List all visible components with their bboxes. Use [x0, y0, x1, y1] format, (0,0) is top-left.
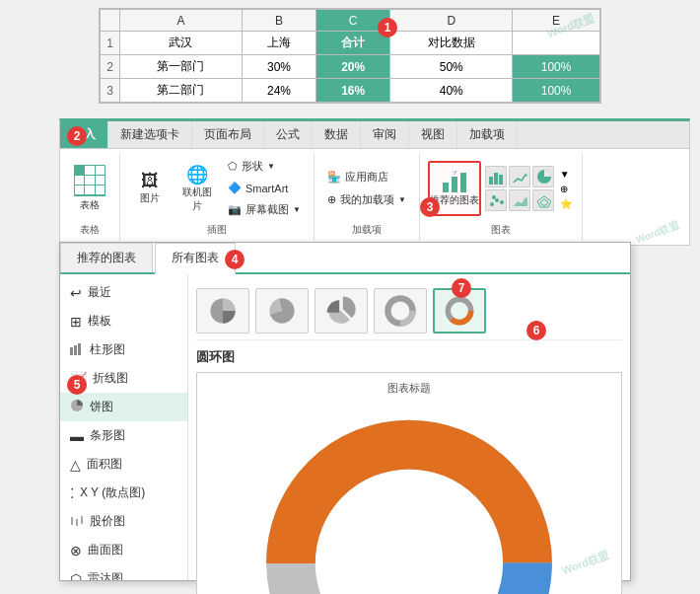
sidebar-item-template[interactable]: ⊞ 模板: [60, 307, 187, 335]
tab-formula[interactable]: 公式: [264, 121, 313, 148]
cell-d2[interactable]: 50%: [390, 55, 513, 79]
data-table: A B C D E 1 武汉 上海 合计 对比数据 2 第一部门 30% 20%: [100, 9, 600, 103]
sidebar-item-hbar-label: 条形图: [90, 427, 125, 444]
chart-thumb-pie1[interactable]: [196, 288, 249, 334]
step-badge-1: 1: [378, 18, 397, 37]
ribbon-group-addins: 🏪 应用商店 ⊕ 我的加载项 ▼ 加载项: [315, 153, 420, 241]
sidebar-item-surface[interactable]: ⊗ 曲面图: [60, 536, 187, 564]
pie-chart-svg: [535, 169, 551, 185]
my-addins-icon: ⊕: [327, 193, 336, 206]
bar-icon: [70, 342, 84, 358]
screenshot-button[interactable]: 📷 屏幕截图 ▼: [223, 200, 306, 219]
cell-c1[interactable]: 合计: [316, 32, 390, 55]
area-chart-mini[interactable]: [509, 189, 530, 211]
cell-c3[interactable]: 16%: [316, 79, 390, 103]
cell-e2[interactable]: 100%: [513, 55, 600, 79]
dialog-tab-recommended[interactable]: 推荐的图表: [60, 243, 153, 272]
cell-a2[interactable]: 第一部门: [120, 55, 243, 79]
svg-rect-12: [70, 347, 73, 355]
cell-b2[interactable]: 30%: [242, 55, 315, 79]
tab-review[interactable]: 审阅: [361, 121, 409, 148]
screenshot-label: 屏幕截图: [245, 202, 289, 217]
sidebar-item-radar[interactable]: ⬡ 雷达图: [60, 564, 187, 580]
chart-expand-btn3[interactable]: ⭐: [558, 196, 574, 211]
ribbon-group-illustration: 🖼 图片 🌐 联机图片 ⬠ 形状 ▼ 🔷 SmartArt: [120, 153, 315, 241]
chart-type-label: 圆环图: [196, 348, 622, 366]
radar-chart-mini[interactable]: [532, 189, 554, 211]
pie-chart-mini[interactable]: [532, 166, 554, 187]
svg-point-6: [495, 198, 499, 202]
ribbon-body: 表格 表格 🖼 图片 🌐 联机图片 ⬠ 形状: [60, 149, 689, 245]
cell-b1[interactable]: 上海: [242, 32, 315, 55]
sidebar-item-recent[interactable]: ↩ 最近: [60, 278, 187, 307]
bar-chart-mini[interactable]: [485, 166, 507, 187]
cell-e1[interactable]: [513, 32, 600, 55]
row-1-num: 1: [101, 32, 120, 55]
chart-thumb-donut1[interactable]: [374, 288, 427, 334]
hbar-icon: ▬: [70, 428, 84, 444]
ribbon: 插入 新建选项卡 页面布局 公式 数据 审阅 视图 加载项 表格 表格: [59, 118, 690, 246]
cell-a1[interactable]: 武汉: [120, 32, 243, 55]
cell-c2[interactable]: 20%: [316, 55, 390, 79]
cell-d3[interactable]: 40%: [390, 79, 513, 103]
sidebar-item-scatter[interactable]: ⁚ X Y (散点图): [60, 479, 187, 507]
sidebar-item-recent-label: 最近: [88, 284, 111, 301]
charts-group-label: 图表: [491, 219, 511, 237]
illustration-group-label: 插图: [207, 219, 227, 237]
shapes-dropdown-icon: ▼: [267, 162, 275, 171]
shapes-button[interactable]: ⬠ 形状 ▼: [223, 157, 306, 176]
svg-text:?: ?: [453, 171, 457, 177]
sidebar-item-bar-label: 柱形图: [90, 341, 125, 358]
my-addins-button[interactable]: ⊕ 我的加载项 ▼: [322, 190, 411, 209]
my-addins-label: 我的加载项: [340, 192, 394, 207]
scatter-chart-mini[interactable]: [485, 189, 507, 211]
smartart-icon: 🔷: [228, 182, 242, 194]
sidebar-item-bar[interactable]: 柱形图: [60, 335, 187, 364]
smartart-button[interactable]: 🔷 SmartArt: [223, 180, 306, 196]
cell-b3[interactable]: 24%: [242, 79, 315, 103]
chart-expand-btn2[interactable]: ⊕: [558, 182, 574, 196]
svg-point-8: [492, 195, 496, 199]
sidebar-item-stock[interactable]: 股价图: [60, 507, 187, 536]
sidebar-item-pie[interactable]: 饼图: [60, 393, 187, 421]
sidebar-item-area[interactable]: △ 面积图: [60, 450, 187, 479]
chart-expand-btn[interactable]: ▼: [558, 167, 574, 182]
recent-icon: ↩: [70, 285, 82, 301]
chart-expand-buttons: ▼ ⊕ ⭐: [558, 165, 574, 211]
tab-data[interactable]: 数据: [313, 121, 361, 148]
online-picture-button[interactable]: 🌐 联机图片: [175, 161, 219, 216]
dialog-tab-all[interactable]: 所有图表: [155, 243, 236, 274]
my-addins-dropdown-icon: ▼: [398, 195, 406, 204]
sidebar-item-line-label: 折线图: [93, 370, 128, 387]
tab-layout[interactable]: 页面布局: [192, 121, 264, 148]
step-badge-2: 2: [67, 126, 87, 146]
dialog-tabs: 推荐的图表 所有图表: [60, 243, 630, 274]
tab-addins[interactable]: 加载项: [457, 121, 518, 148]
picture-button[interactable]: 🖼 图片: [128, 168, 172, 208]
donut-chart-container: 图表标题 系列1: [197, 373, 621, 594]
svg-rect-2: [460, 173, 466, 192]
radar-svg: [535, 194, 551, 208]
donut-chart-svg: [205, 400, 613, 594]
cell-e3[interactable]: 100%: [513, 79, 600, 103]
chart-preview: 图表标题 系列1: [196, 372, 622, 594]
row-num-header: [101, 10, 120, 32]
store-button[interactable]: 🏪 应用商店: [322, 168, 411, 186]
stock-icon: [70, 514, 84, 530]
pie-icon: [70, 399, 84, 415]
smartart-label: SmartArt: [245, 183, 288, 194]
cell-a3[interactable]: 第二部门: [120, 79, 243, 103]
shapes-label: 形状: [242, 159, 263, 174]
tab-view[interactable]: 视图: [409, 121, 457, 148]
chart-thumb-pie2[interactable]: [255, 288, 309, 334]
chart-thumb-pie3[interactable]: [315, 288, 368, 334]
table-button[interactable]: 表格: [68, 161, 111, 216]
dialog-sidebar: ↩ 最近 ⊞ 模板 柱形图 📈 折线图: [60, 274, 188, 580]
sidebar-item-hbar[interactable]: ▬ 条形图: [60, 421, 187, 450]
area-icon: △: [70, 457, 81, 473]
tab-new[interactable]: 新建选项卡: [108, 121, 192, 148]
area-svg: [512, 194, 527, 208]
picture-icon: 🖼: [141, 171, 159, 191]
cell-d1[interactable]: 对比数据: [390, 32, 513, 55]
line-chart-mini[interactable]: [509, 166, 530, 187]
